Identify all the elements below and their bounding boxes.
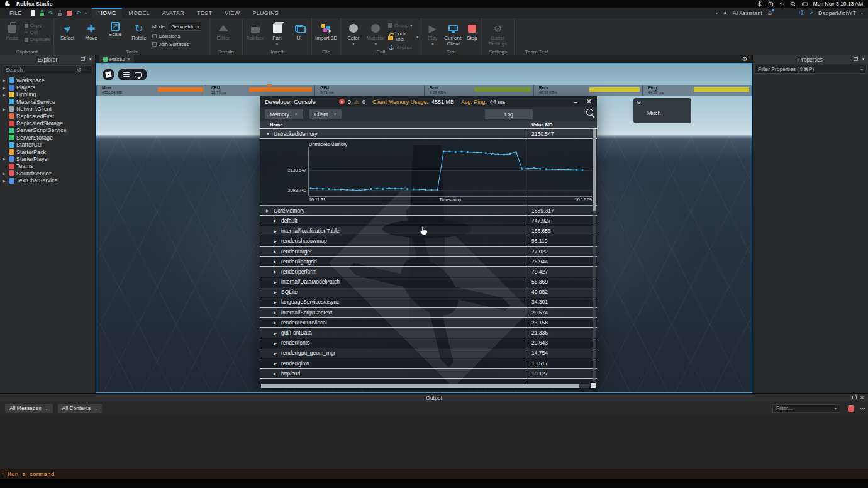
expand-arrow-icon[interactable]: ▶ [274,280,278,284]
chat-icon[interactable] [135,72,142,77]
messages-filter-dropdown[interactable]: All Messages⌄ [5,404,53,413]
memory-row[interactable]: ▶default 747.927 [260,216,597,226]
memory-row[interactable]: ▶internal/localizationTable 166.653 [260,226,597,236]
expand-arrow-icon[interactable]: ▶ [274,259,278,263]
close-playerlist-icon[interactable]: ✕ [637,100,642,106]
roblox-menu-button[interactable] [103,69,114,80]
undo-icon[interactable]: ↶ [76,10,81,16]
memory-list[interactable]: ▼UntrackedMemory 2130.547 UntrackedMemor… [260,129,597,389]
close-icon[interactable]: ✕ [860,396,864,401]
minimize-icon[interactable]: – [574,97,577,106]
explorer-tree-item[interactable]: ▶ TextChatService [0,177,95,184]
group-button[interactable]: Group ▾ [388,23,418,28]
memory-row[interactable]: ▶languageServices/async 34.301 [260,297,597,308]
clear-output-trash-icon[interactable] [848,405,854,412]
expand-arrow-icon[interactable]: ▶ [274,249,278,253]
scrollbar-thumb[interactable] [261,384,579,388]
memory-filter-dropdown[interactable]: Memory▼ [265,109,303,119]
explorer-tree-item[interactable]: ▶ Players [0,84,95,91]
toolbox-button[interactable]: Toolbox [245,20,265,41]
ai-assistant-button[interactable]: AI Assistant [733,10,762,16]
memory-row[interactable]: ▶render/shadowmap 96.119 [260,236,597,247]
explorer-tree-item[interactable]: ▶ MaterialService [0,98,95,105]
stop-button[interactable]: Stop [465,20,479,41]
notifications-bell-icon[interactable]: 🕭 [767,10,773,16]
explorer-tree-item[interactable]: ▶ Lighting [0,91,95,98]
control-center-icon[interactable] [802,1,808,7]
expand-arrow-icon[interactable]: ▶ [274,310,278,314]
publish-icon[interactable] [40,10,44,16]
mode-dropdown[interactable]: Geometric▾ [169,23,201,31]
memory-row[interactable]: ▶CoreMemory 1639.317 [260,206,597,216]
ui-button[interactable]: UI [289,20,309,41]
move-tool-button[interactable]: ✚ Move [81,20,102,41]
explorer-tree-item[interactable]: ▶ StarterPlayer [0,155,95,162]
explorer-tree-item[interactable]: ▶ NetworkClient [0,106,95,113]
console-search-button[interactable] [586,109,593,117]
expand-arrow-icon[interactable]: ▶ [274,351,278,355]
log-button[interactable]: Log [485,109,533,119]
ribbon-tab[interactable]: MODEL [122,8,156,18]
collisions-checkbox[interactable]: Collisions [152,33,201,39]
file-menu[interactable]: FILE [5,8,26,18]
expand-arrow-icon[interactable]: ▶ [3,92,7,97]
material-button[interactable]: Material ▾ [366,20,386,46]
output-filter-input[interactable]: Filter... ▾ [772,404,840,413]
explorer-tree-item[interactable]: ▶ Teams [0,163,95,170]
memory-row[interactable]: ▶render/fonts 20.643 [260,338,597,348]
customize-toolbar-icon[interactable]: ▾ [85,11,87,15]
perf-stat[interactable]: Recv 48.33 KB/s [533,85,643,96]
username[interactable]: DapperMichYT [818,10,856,16]
place-tab[interactable]: Place2 ✕ [99,55,134,63]
bluetooth-icon[interactable] [757,1,762,7]
spotlight-search-icon[interactable] [791,1,796,7]
explorer-search-input[interactable]: Search ↺ ⋯ [3,65,92,74]
cut-button[interactable]: ✂Cut [25,30,51,35]
hamburger-menu-icon[interactable] [123,72,130,77]
perf-stat[interactable]: GPU 8.71 ms [314,85,424,96]
share-icon[interactable]: < [810,10,813,16]
expand-arrow-icon[interactable]: ▶ [274,269,278,274]
scrollbar-thumb[interactable] [593,129,596,211]
play-button[interactable]: ▶ Play ▾ [424,20,442,46]
explorer-tree-item[interactable]: ▶ StarterPack [0,148,95,155]
close-icon[interactable]: ✕ [861,57,865,62]
expand-arrow-icon[interactable]: ▶ [274,361,278,365]
perf-stat[interactable]: Mem 4551.04 MB [96,85,206,96]
game-viewport[interactable]: Mem 4551.04 MB CPU 18.73 ms GPU 8.71 ms [96,63,752,393]
screen-record-icon[interactable] [768,1,774,7]
ribbon-tab[interactable]: TEST [191,8,218,18]
expand-arrow-icon[interactable]: ▶ [274,229,278,233]
expand-arrow-icon[interactable]: ▶ [3,86,7,90]
ribbon-tab[interactable]: AVATAR [156,8,191,18]
copy-button[interactable]: Copy [25,23,51,28]
command-bar[interactable]: Run a command [0,469,868,479]
perf-stat[interactable]: Ping 44.20 ms [642,85,752,96]
menu-bar-clock[interactable]: Mon Nov 3 10:13 AM [813,1,863,7]
ribbon-tab[interactable]: VIEW [218,8,246,18]
vertical-scrollbar[interactable] [593,129,596,382]
horizontal-scrollbar[interactable] [261,384,589,388]
explorer-tree-item[interactable]: ▶ ReplicatedStorage [0,119,95,126]
expand-arrow-icon[interactable]: ▶ [274,218,278,223]
join-surfaces-checkbox[interactable]: Join Surfaces [152,42,201,47]
memory-row[interactable]: ▶internal/ScriptContext 29.574 [260,308,597,318]
expand-arrow-icon[interactable]: ▶ [274,331,278,335]
memory-row[interactable]: ▶render/lightgrid 76.944 [260,257,597,267]
output-more-options-icon[interactable]: ⋯ [860,405,865,411]
expand-arrow-icon[interactable]: ▶ [3,157,7,161]
explorer-tree-item[interactable]: ▶ ReplicatedFirst [0,113,95,119]
expand-arrow-icon[interactable]: ▶ [3,78,7,82]
popout-icon[interactable] [852,396,857,399]
ribbon-tab[interactable]: HOME [92,8,122,18]
expand-arrow-icon[interactable]: ▶ [274,341,278,345]
collapse-ribbon-icon[interactable]: ▴ [716,11,718,15]
name-column-header[interactable]: Name [260,122,528,128]
console-title-bar[interactable]: Developer Console ✕ 0 ⚠ 0 Client Memory … [260,96,597,107]
expand-arrow-icon[interactable]: ▶ [3,171,7,175]
current-client-button[interactable]: Current: Client [444,20,463,47]
popout-icon[interactable] [81,57,85,61]
wifi-icon[interactable] [779,1,785,7]
memory-row[interactable]: ▶render/gpu_geom_mgr 14.754 [260,348,597,358]
color-button[interactable]: Color ▾ [343,20,364,46]
